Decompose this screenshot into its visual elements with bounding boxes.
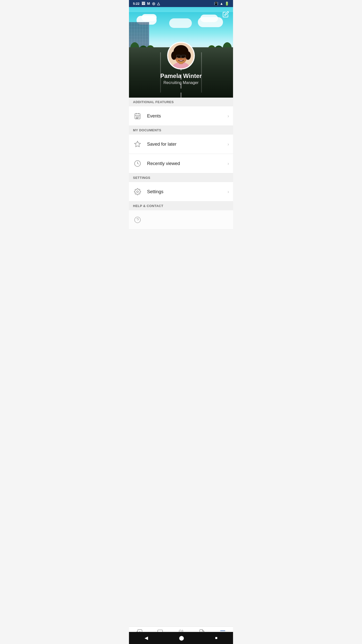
star-icon [134, 141, 141, 148]
status-left: 5:22 🖼 M ◎ △ [133, 2, 160, 6]
recently-viewed-menu-item[interactable]: Recently viewed › [129, 154, 233, 173]
status-right: 📳 ▲ 🔋 [214, 2, 229, 6]
help-contact-header: HELP & CONTACT [129, 202, 233, 210]
svg-point-14 [183, 55, 185, 57]
svg-rect-25 [136, 116, 137, 117]
saved-for-later-chevron-icon: › [228, 142, 229, 147]
events-icon [133, 111, 142, 120]
avatar[interactable] [167, 42, 195, 69]
recently-viewed-label: Recently viewed [147, 161, 228, 166]
svg-point-32 [137, 191, 139, 193]
svg-rect-28 [136, 118, 137, 119]
svg-point-18 [180, 58, 182, 59]
saved-for-later-menu-item[interactable]: Saved for later › [129, 135, 233, 154]
settings-menu-item[interactable]: Settings › [129, 182, 233, 202]
gmail-icon: M [147, 2, 150, 6]
my-documents-header: MY DOCUMENTS [129, 126, 233, 135]
avatar-image [168, 43, 194, 68]
additional-features-header: ADDITIONAL FEATURES [129, 98, 233, 106]
events-label: Events [147, 113, 228, 119]
content-area: ADDITIONAL FEATURES Events › MY DOCUMENT… [129, 98, 233, 260]
svg-point-12 [180, 46, 185, 50]
edit-profile-button[interactable] [222, 11, 229, 19]
help-circle-icon [134, 216, 141, 223]
recently-viewed-icon [133, 159, 142, 168]
help-menu-item-partial[interactable] [129, 210, 233, 230]
vibrate-icon: 📳 [214, 2, 218, 6]
saved-for-later-label: Saved for later [147, 142, 228, 147]
profile-title: Recruiting Manager [163, 80, 199, 85]
circle-icon: ◎ [152, 2, 155, 6]
profile-area: Pamela Winter Recruiting Manager [129, 42, 233, 85]
settings-header: SETTINGS [129, 173, 233, 182]
time-display: 5:22 [133, 2, 140, 6]
calendar-icon [134, 112, 141, 119]
svg-marker-30 [134, 141, 140, 147]
recently-viewed-chevron-icon: › [228, 161, 229, 166]
clock-icon [134, 160, 141, 167]
svg-point-33 [134, 217, 140, 223]
settings-chevron-icon: › [228, 189, 229, 194]
events-chevron-icon: › [228, 113, 229, 119]
svg-rect-27 [139, 116, 140, 117]
svg-rect-26 [137, 116, 138, 117]
settings-label: Settings [147, 189, 228, 194]
help-icon [133, 215, 142, 224]
gallery-icon: 🖼 [142, 2, 145, 6]
edit-icon [222, 11, 229, 18]
profile-name: Pamela Winter [160, 72, 202, 79]
svg-point-13 [177, 55, 179, 57]
svg-point-11 [176, 47, 180, 51]
svg-point-20 [184, 58, 187, 59]
gear-icon [134, 188, 141, 195]
hero-section: Pamela Winter Recruiting Manager [129, 7, 233, 98]
svg-rect-29 [137, 118, 138, 119]
triangle-icon: △ [157, 2, 160, 6]
events-menu-item[interactable]: Events › [129, 106, 233, 126]
svg-point-19 [175, 58, 178, 59]
status-bar: 5:22 🖼 M ◎ △ 📳 ▲ 🔋 [129, 0, 233, 7]
battery-icon: 🔋 [225, 2, 229, 6]
settings-icon [133, 187, 142, 196]
wifi-icon: ▲ [220, 2, 223, 6]
saved-for-later-icon [133, 140, 142, 149]
